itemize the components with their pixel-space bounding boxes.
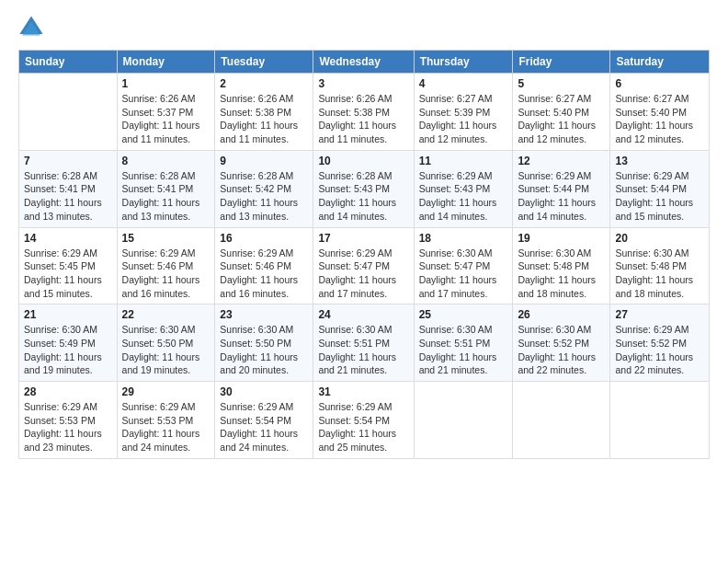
calendar-cell: 5Sunrise: 6:27 AMSunset: 5:40 PMDaylight… (513, 74, 610, 151)
day-info: Sunrise: 6:26 AMSunset: 5:38 PMDaylight:… (318, 92, 408, 146)
calendar-cell: 21Sunrise: 6:30 AMSunset: 5:49 PMDayligh… (19, 304, 118, 382)
day-info: Sunrise: 6:27 AMSunset: 5:39 PMDaylight:… (419, 92, 508, 146)
day-number: 4 (419, 77, 508, 90)
day-number: 3 (318, 77, 408, 90)
header (18, 15, 710, 40)
calendar-cell: 12Sunrise: 6:29 AMSunset: 5:44 PMDayligh… (513, 150, 610, 227)
calendar-cell: 29Sunrise: 6:29 AMSunset: 5:53 PMDayligh… (117, 382, 215, 459)
calendar-week-row: 14Sunrise: 6:29 AMSunset: 5:45 PMDayligh… (19, 227, 710, 304)
day-number: 11 (419, 155, 508, 167)
weekday-header: Wednesday (313, 51, 414, 74)
day-number: 12 (518, 155, 605, 167)
calendar-cell: 26Sunrise: 6:30 AMSunset: 5:52 PMDayligh… (513, 304, 610, 382)
day-info: Sunrise: 6:30 AMSunset: 5:51 PMDaylight:… (419, 323, 508, 377)
day-number: 13 (615, 155, 704, 167)
day-info: Sunrise: 6:28 AMSunset: 5:43 PMDaylight:… (318, 169, 408, 224)
day-number: 2 (220, 77, 308, 90)
calendar-week-row: 1Sunrise: 6:26 AMSunset: 5:37 PMDaylight… (19, 74, 710, 151)
calendar-cell: 7Sunrise: 6:28 AMSunset: 5:41 PMDaylight… (19, 150, 118, 227)
calendar-table: SundayMondayTuesdayWednesdayThursdayFrid… (18, 50, 710, 459)
calendar-cell: 22Sunrise: 6:30 AMSunset: 5:50 PMDayligh… (117, 304, 215, 382)
calendar-cell: 13Sunrise: 6:29 AMSunset: 5:44 PMDayligh… (610, 150, 710, 227)
day-number: 1 (122, 77, 210, 90)
calendar-cell: 18Sunrise: 6:30 AMSunset: 5:47 PMDayligh… (414, 227, 513, 304)
day-number: 19 (518, 232, 605, 245)
calendar-week-row: 21Sunrise: 6:30 AMSunset: 5:49 PMDayligh… (19, 304, 710, 382)
calendar-cell: 19Sunrise: 6:30 AMSunset: 5:48 PMDayligh… (513, 227, 610, 304)
day-info: Sunrise: 6:29 AMSunset: 5:46 PMDaylight:… (122, 247, 210, 301)
day-number: 8 (122, 155, 210, 167)
day-info: Sunrise: 6:30 AMSunset: 5:51 PMDaylight:… (318, 323, 408, 377)
day-info: Sunrise: 6:28 AMSunset: 5:42 PMDaylight:… (220, 169, 308, 224)
day-number: 10 (318, 155, 408, 167)
weekday-header: Tuesday (215, 51, 313, 74)
day-number: 16 (220, 232, 308, 245)
calendar-cell: 30Sunrise: 6:29 AMSunset: 5:54 PMDayligh… (215, 382, 313, 459)
calendar-cell: 8Sunrise: 6:28 AMSunset: 5:41 PMDaylight… (117, 150, 215, 227)
day-number: 27 (615, 308, 704, 321)
page: SundayMondayTuesdayWednesdayThursdayFrid… (0, 0, 728, 563)
calendar-cell (513, 382, 610, 459)
day-info: Sunrise: 6:29 AMSunset: 5:44 PMDaylight:… (518, 169, 605, 224)
day-info: Sunrise: 6:30 AMSunset: 5:48 PMDaylight:… (615, 247, 704, 301)
day-number: 15 (122, 232, 210, 245)
day-number: 18 (419, 232, 508, 245)
day-info: Sunrise: 6:30 AMSunset: 5:48 PMDaylight:… (518, 247, 605, 301)
day-info: Sunrise: 6:29 AMSunset: 5:46 PMDaylight:… (220, 247, 308, 301)
calendar-cell: 10Sunrise: 6:28 AMSunset: 5:43 PMDayligh… (313, 150, 414, 227)
day-number: 23 (220, 308, 308, 321)
calendar-cell: 15Sunrise: 6:29 AMSunset: 5:46 PMDayligh… (117, 227, 215, 304)
day-number: 9 (220, 155, 308, 167)
calendar-cell: 17Sunrise: 6:29 AMSunset: 5:47 PMDayligh… (313, 227, 414, 304)
day-number: 29 (122, 385, 210, 398)
day-number: 20 (615, 232, 704, 245)
calendar-week-row: 28Sunrise: 6:29 AMSunset: 5:53 PMDayligh… (19, 382, 710, 459)
day-number: 7 (24, 155, 112, 167)
calendar-cell (610, 382, 710, 459)
day-info: Sunrise: 6:29 AMSunset: 5:53 PMDaylight:… (24, 400, 112, 454)
day-info: Sunrise: 6:28 AMSunset: 5:41 PMDaylight:… (24, 169, 112, 224)
calendar-cell: 23Sunrise: 6:30 AMSunset: 5:50 PMDayligh… (215, 304, 313, 382)
day-number: 26 (518, 308, 605, 321)
weekday-header: Saturday (610, 51, 710, 74)
calendar-cell: 14Sunrise: 6:29 AMSunset: 5:45 PMDayligh… (19, 227, 118, 304)
calendar-cell (19, 74, 118, 151)
day-info: Sunrise: 6:29 AMSunset: 5:54 PMDaylight:… (318, 400, 408, 454)
weekday-header: Thursday (414, 51, 513, 74)
logo-icon (18, 15, 44, 40)
day-info: Sunrise: 6:27 AMSunset: 5:40 PMDaylight:… (518, 92, 605, 146)
calendar-cell: 6Sunrise: 6:27 AMSunset: 5:40 PMDaylight… (610, 74, 710, 151)
calendar-cell: 20Sunrise: 6:30 AMSunset: 5:48 PMDayligh… (610, 227, 710, 304)
calendar-cell (414, 382, 513, 459)
day-info: Sunrise: 6:29 AMSunset: 5:44 PMDaylight:… (615, 169, 704, 224)
calendar-cell: 25Sunrise: 6:30 AMSunset: 5:51 PMDayligh… (414, 304, 513, 382)
day-number: 28 (24, 385, 112, 398)
calendar-cell: 1Sunrise: 6:26 AMSunset: 5:37 PMDaylight… (117, 74, 215, 151)
day-info: Sunrise: 6:30 AMSunset: 5:50 PMDaylight:… (220, 323, 308, 377)
day-info: Sunrise: 6:29 AMSunset: 5:53 PMDaylight:… (122, 400, 210, 454)
day-number: 21 (24, 308, 112, 321)
day-info: Sunrise: 6:29 AMSunset: 5:54 PMDaylight:… (220, 400, 308, 454)
day-number: 31 (318, 385, 408, 398)
day-number: 17 (318, 232, 408, 245)
day-info: Sunrise: 6:30 AMSunset: 5:49 PMDaylight:… (24, 323, 112, 377)
calendar-cell: 9Sunrise: 6:28 AMSunset: 5:42 PMDaylight… (215, 150, 313, 227)
day-info: Sunrise: 6:27 AMSunset: 5:40 PMDaylight:… (615, 92, 704, 146)
day-info: Sunrise: 6:30 AMSunset: 5:52 PMDaylight:… (518, 323, 605, 377)
day-info: Sunrise: 6:29 AMSunset: 5:47 PMDaylight:… (318, 247, 408, 301)
calendar-cell: 4Sunrise: 6:27 AMSunset: 5:39 PMDaylight… (414, 74, 513, 151)
day-number: 6 (615, 77, 704, 90)
calendar-cell: 27Sunrise: 6:29 AMSunset: 5:52 PMDayligh… (610, 304, 710, 382)
calendar-cell: 16Sunrise: 6:29 AMSunset: 5:46 PMDayligh… (215, 227, 313, 304)
day-info: Sunrise: 6:26 AMSunset: 5:37 PMDaylight:… (122, 92, 210, 146)
day-info: Sunrise: 6:29 AMSunset: 5:52 PMDaylight:… (615, 323, 704, 377)
calendar-week-row: 7Sunrise: 6:28 AMSunset: 5:41 PMDaylight… (19, 150, 710, 227)
logo (18, 15, 46, 40)
calendar-cell: 31Sunrise: 6:29 AMSunset: 5:54 PMDayligh… (313, 382, 414, 459)
day-number: 24 (318, 308, 408, 321)
weekday-header: Friday (513, 51, 610, 74)
calendar-header-row: SundayMondayTuesdayWednesdayThursdayFrid… (19, 51, 710, 74)
day-number: 30 (220, 385, 308, 398)
calendar-cell: 11Sunrise: 6:29 AMSunset: 5:43 PMDayligh… (414, 150, 513, 227)
day-info: Sunrise: 6:29 AMSunset: 5:45 PMDaylight:… (24, 247, 112, 301)
